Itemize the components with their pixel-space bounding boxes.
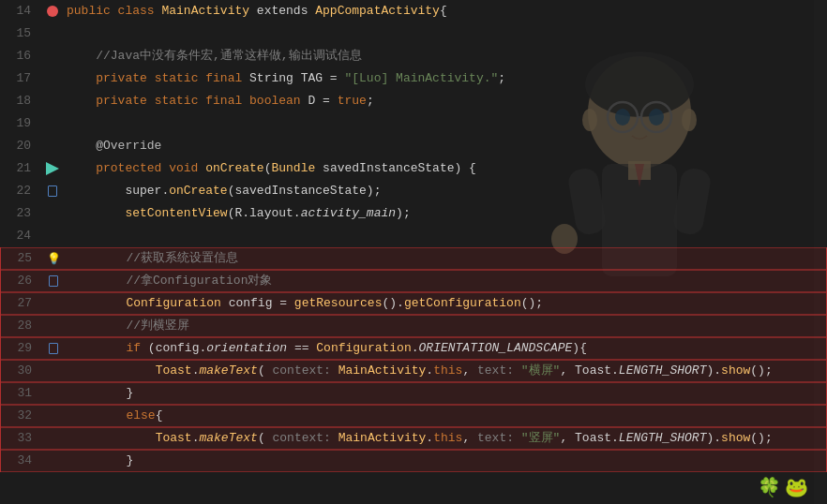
- code-line-26: 26 //拿Configuration对象: [0, 270, 827, 292]
- line-number: 16: [0, 45, 42, 67]
- line-gutter: [42, 6, 63, 17]
- code-line-31: 31 }: [0, 382, 827, 405]
- line-content: Toast.makeText( context: MainActivity.th…: [64, 427, 826, 450]
- line-number: 14: [0, 0, 42, 22]
- line-content: //拿Configuration对象: [64, 270, 826, 292]
- line-content: [63, 112, 827, 135]
- code-line-24: 24: [0, 225, 827, 247]
- line-content: private static final String TAG = "[Luo]…: [63, 67, 827, 90]
- code-line-15: 15: [0, 22, 827, 45]
- lightbulb-icon[interactable]: 💡: [47, 252, 61, 266]
- code-line-18: 18 private static final boolean D = true…: [0, 90, 827, 112]
- line-number: 23: [0, 202, 42, 225]
- code-line-20: 20 @Override: [0, 135, 827, 157]
- bottom-decoration: 🍀 🐸: [758, 476, 808, 499]
- bookmark-icon[interactable]: [48, 185, 57, 197]
- code-content: 14public class MainActivity extends AppC…: [0, 0, 827, 504]
- line-number: 22: [0, 180, 42, 202]
- line-number: 20: [0, 135, 42, 157]
- line-number: 34: [1, 450, 43, 472]
- code-line-19: 19: [0, 112, 827, 135]
- line-content: if (config.orientation == Configuration.…: [64, 337, 826, 360]
- line-number: 21: [0, 157, 42, 180]
- line-gutter: [42, 185, 63, 197]
- code-line-17: 17 private static final String TAG = "[L…: [0, 67, 827, 90]
- code-line-25: 25💡 //获取系统设置信息: [0, 247, 827, 270]
- line-content: Configuration config = getResources().ge…: [64, 292, 826, 315]
- line-content: else{: [64, 405, 826, 427]
- line-content: }: [64, 450, 826, 472]
- line-content: setContentView(R.layout.activity_main);: [63, 202, 827, 225]
- line-gutter: 💡: [43, 252, 64, 266]
- code-line-16: 16 //Java中没有条件宏,通常这样做,输出调试信息: [0, 45, 827, 67]
- line-gutter: [43, 343, 64, 354]
- line-gutter: [42, 162, 63, 175]
- code-line-30: 30 Toast.makeText( context: MainActivity…: [0, 360, 827, 382]
- line-content: [63, 225, 827, 247]
- code-line-28: 28 //判横竖屏: [0, 315, 827, 337]
- code-line-27: 27 Configuration config = getResources()…: [0, 292, 827, 315]
- line-number: 27: [1, 292, 43, 315]
- line-number: 30: [1, 360, 43, 382]
- line-number: 29: [1, 337, 43, 360]
- code-line-32: 32 else{: [0, 405, 827, 427]
- line-content: @Override: [63, 135, 827, 157]
- line-number: 18: [0, 90, 42, 112]
- line-content: public class MainActivity extends AppCom…: [63, 0, 827, 22]
- code-line-21: 21 protected void onCreate(Bundle savedI…: [0, 157, 827, 180]
- line-content: private static final boolean D = true;: [63, 90, 827, 112]
- line-number: 28: [1, 315, 43, 337]
- line-number: 15: [0, 22, 42, 45]
- line-gutter: [43, 275, 64, 287]
- line-content: [63, 22, 827, 45]
- line-content: //Java中没有条件宏,通常这样做,输出调试信息: [63, 45, 827, 67]
- bookmark-icon[interactable]: [49, 343, 58, 354]
- line-content: Toast.makeText( context: MainActivity.th…: [64, 360, 826, 382]
- code-line-23: 23 setContentView(R.layout.activity_main…: [0, 202, 827, 225]
- line-number: 19: [0, 112, 42, 135]
- code-line-29: 29 if (config.orientation == Configurati…: [0, 337, 827, 360]
- code-line-33: 33 Toast.makeText( context: MainActivity…: [0, 427, 827, 450]
- line-number: 31: [1, 382, 43, 405]
- line-content: protected void onCreate(Bundle savedInst…: [63, 157, 827, 180]
- line-content: super.onCreate(savedInstanceState);: [63, 180, 827, 202]
- code-line-22: 22 super.onCreate(savedInstanceState);: [0, 180, 827, 202]
- line-number: 25: [1, 247, 43, 270]
- code-line-14: 14public class MainActivity extends AppC…: [0, 0, 827, 22]
- code-line-34: 34 }: [0, 450, 827, 472]
- line-number: 24: [0, 225, 42, 247]
- line-number: 32: [1, 405, 43, 427]
- breakpoint-icon[interactable]: [47, 6, 58, 17]
- code-editor: 14public class MainActivity extends AppC…: [0, 0, 827, 504]
- line-number: 26: [1, 270, 43, 292]
- line-content: //判横竖屏: [64, 315, 826, 337]
- line-content: }: [64, 382, 826, 405]
- line-content: //获取系统设置信息: [64, 247, 826, 270]
- debug-arrow-icon: [46, 162, 59, 175]
- bookmark-icon[interactable]: [49, 275, 58, 287]
- line-number: 33: [1, 427, 43, 450]
- line-number: 17: [0, 67, 42, 90]
